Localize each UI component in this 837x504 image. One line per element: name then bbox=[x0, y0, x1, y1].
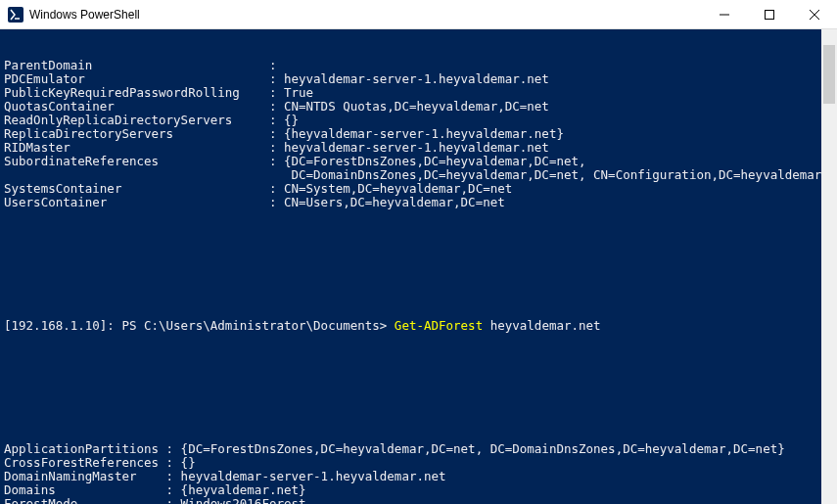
output-line: UsersContainer : CN=Users,DC=heyvaldemar… bbox=[4, 196, 833, 209]
output-line: ParentDomain : bbox=[4, 59, 833, 72]
svg-rect-2 bbox=[766, 10, 774, 19]
close-button[interactable] bbox=[792, 0, 837, 28]
output-block-addomain: ParentDomain : PDCEmulator : heyvaldemar… bbox=[4, 59, 833, 209]
output-line: ReadOnlyReplicaDirectoryServers : {} bbox=[4, 114, 833, 127]
prompt-line-1: [192.168.1.10]: PS C:\Users\Administrato… bbox=[4, 319, 833, 333]
output-line: DC=DomainDnsZones,DC=heyvaldemar,DC=net,… bbox=[4, 168, 833, 182]
blank-line bbox=[4, 401, 833, 415]
output-line: PDCEmulator : heyvaldemar-server-1.heyva… bbox=[4, 72, 833, 86]
output-line: ForestMode : Windows2016Forest bbox=[4, 497, 833, 504]
output-line: CrossForestReferences : {} bbox=[4, 456, 833, 470]
window-controls bbox=[702, 0, 837, 28]
output-line: DomainNamingMaster : heyvaldemar-server-… bbox=[4, 470, 833, 483]
scrollbar[interactable] bbox=[821, 29, 837, 504]
title-bar: Windows PowerShell bbox=[0, 0, 837, 29]
output-line: ReplicaDirectoryServers : {heyvaldemar-s… bbox=[4, 127, 833, 141]
terminal-output[interactable]: ParentDomain : PDCEmulator : heyvaldemar… bbox=[0, 29, 837, 504]
output-line: RIDMaster : heyvaldemar-server-1.heyvald… bbox=[4, 141, 833, 155]
svg-rect-0 bbox=[8, 7, 23, 23]
output-line: Domains : {heyvaldemar.net} bbox=[4, 483, 833, 497]
output-line: PublicKeyRequiredPasswordRolling : True bbox=[4, 86, 833, 100]
window-title: Windows PowerShell bbox=[29, 8, 702, 22]
blank-line bbox=[4, 237, 833, 251]
scrollbar-thumb[interactable] bbox=[823, 45, 835, 104]
powershell-icon bbox=[8, 7, 23, 23]
blank-line bbox=[4, 278, 833, 292]
output-line: SystemsContainer : CN=System,DC=heyvalde… bbox=[4, 182, 833, 196]
output-line: ApplicationPartitions : {DC=ForestDnsZon… bbox=[4, 442, 833, 456]
minimize-button[interactable] bbox=[702, 0, 747, 28]
output-block-adforest: ApplicationPartitions : {DC=ForestDnsZon… bbox=[4, 442, 833, 504]
blank-line bbox=[4, 360, 833, 374]
output-line: QuotasContainer : CN=NTDS Quotas,DC=heyv… bbox=[4, 100, 833, 114]
maximize-button[interactable] bbox=[747, 0, 792, 28]
output-line: SubordinateReferences : {DC=ForestDnsZon… bbox=[4, 155, 833, 168]
command-arg: heyvaldemar.net bbox=[490, 318, 601, 333]
command-name: Get-ADForest bbox=[395, 318, 483, 333]
prompt-prefix: [192.168.1.10]: PS C:\Users\Administrato… bbox=[4, 318, 395, 333]
